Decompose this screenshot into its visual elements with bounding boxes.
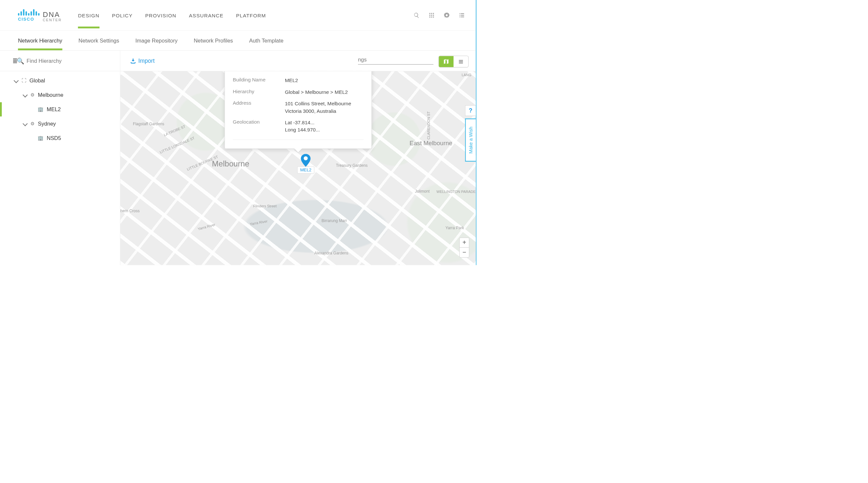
map-label: Yarra Park bbox=[445, 226, 464, 230]
map-label: Yarra River bbox=[197, 222, 216, 231]
zoom-out-button[interactable]: − bbox=[460, 248, 469, 257]
brand-dna: DNA bbox=[43, 11, 62, 18]
cisco-logo-bars bbox=[18, 9, 39, 16]
globe-icon: ⛶ bbox=[22, 78, 26, 84]
svg-rect-2 bbox=[433, 13, 434, 14]
popup-key: Building Name bbox=[233, 77, 285, 84]
gear-icon[interactable] bbox=[443, 12, 450, 19]
nav-provision[interactable]: PROVISION bbox=[145, 2, 176, 28]
popup-val: MEL2 bbox=[285, 77, 298, 84]
map-label: WELLINGTON PARADE bbox=[436, 190, 476, 194]
popup-val: Lat -37.814... Long 144.970... bbox=[285, 119, 320, 134]
zoom-in-button[interactable]: + bbox=[460, 238, 469, 248]
make-a-wish-label: Make a Wish bbox=[468, 127, 473, 153]
svg-rect-12 bbox=[461, 15, 464, 15]
subtab-network-hierarchy[interactable]: Network Hierarchy bbox=[18, 31, 62, 50]
import-button[interactable]: Import bbox=[130, 58, 154, 64]
svg-rect-9 bbox=[459, 13, 460, 14]
svg-rect-0 bbox=[429, 13, 430, 14]
building-icon: 🏢 bbox=[38, 135, 43, 141]
map-zoom-control: + − bbox=[459, 237, 469, 257]
building-icon: 🏢 bbox=[38, 107, 43, 112]
tree-label: MEL2 bbox=[47, 106, 61, 112]
chevron-down-icon bbox=[14, 78, 19, 84]
tree-node-sydney[interactable]: ⚙ Sydney bbox=[0, 117, 120, 131]
svg-rect-1 bbox=[431, 13, 432, 14]
site-icon: ⚙ bbox=[30, 92, 35, 98]
map-label: Jolimont bbox=[415, 189, 430, 194]
svg-rect-4 bbox=[431, 15, 432, 16]
tree-label: Global bbox=[29, 77, 45, 84]
map-label: LITTLE BOURKE ST bbox=[186, 155, 219, 172]
location-pin-icon bbox=[298, 154, 314, 167]
map-pin-mel2[interactable]: MEL2 bbox=[298, 154, 314, 173]
svg-rect-11 bbox=[459, 15, 460, 15]
subtab-network-profiles[interactable]: Network Profiles bbox=[194, 31, 233, 50]
popup-divider bbox=[233, 139, 364, 140]
popup-key: Hierarchy bbox=[233, 89, 285, 96]
tree-node-melbourne[interactable]: ⚙ Melbourne bbox=[0, 88, 120, 102]
tree-node-mel2[interactable]: 🏢 MEL2 bbox=[0, 102, 120, 117]
popup-key: Address bbox=[233, 100, 285, 115]
svg-rect-8 bbox=[433, 17, 434, 17]
help-button[interactable]: ? bbox=[465, 105, 476, 116]
tree-node-nsd5[interactable]: 🏢 NSD5 bbox=[0, 131, 120, 145]
nav-assurance[interactable]: ASSURANCE bbox=[189, 2, 223, 28]
svg-rect-16 bbox=[459, 62, 463, 62]
tree-label: Sydney bbox=[38, 121, 56, 127]
map-label: Alexandra Gardens bbox=[314, 251, 348, 255]
download-icon bbox=[130, 58, 136, 64]
subtab-image-repository[interactable]: Image Repository bbox=[135, 31, 178, 50]
map-icon bbox=[443, 59, 449, 65]
svg-rect-6 bbox=[429, 17, 430, 17]
nav-design[interactable]: DESIGN bbox=[78, 2, 99, 28]
chevron-down-icon bbox=[23, 121, 28, 126]
filter-icon[interactable]: ≣🔍 bbox=[12, 57, 23, 64]
map-label: Birrarung Marr bbox=[321, 219, 347, 223]
map-label: Melbourne bbox=[212, 159, 249, 168]
map-label: Flagstaff Gardens bbox=[133, 122, 164, 126]
map-label: East Melbourne bbox=[410, 140, 453, 147]
hierarchy-tree: ⛶ Global ⚙ Melbourne 🏢 MEL2 ⚙ Sydney 🏢 N… bbox=[0, 71, 120, 145]
brand-cisco: CISCO bbox=[18, 17, 39, 22]
svg-rect-14 bbox=[461, 17, 464, 17]
nav-platform[interactable]: PLATFORM bbox=[236, 2, 266, 28]
search-icon[interactable] bbox=[413, 12, 420, 19]
list-view-button[interactable] bbox=[454, 56, 468, 67]
popup-val: Global > Melbourne > MEL2 bbox=[285, 89, 348, 96]
find-hierarchy-input[interactable] bbox=[27, 58, 115, 64]
map-label: Yarra River bbox=[249, 219, 268, 226]
popup-val: 101 Collins Street, Melbourne Victoria 3… bbox=[285, 100, 364, 115]
map-label: CLARENDON ST bbox=[427, 111, 431, 139]
svg-rect-3 bbox=[429, 15, 430, 16]
list-icon[interactable] bbox=[459, 12, 465, 19]
map-canvas[interactable]: Flagstaff Gardens LA TROBE ST LITTLE LON… bbox=[120, 71, 476, 265]
building-details-popup: MEL2 Building Name MEL2 Hierarchy Global… bbox=[224, 71, 372, 149]
apps-grid-icon[interactable] bbox=[428, 12, 435, 19]
subtab-network-settings[interactable]: Network Settings bbox=[79, 31, 119, 50]
site-icon: ⚙ bbox=[30, 121, 35, 127]
map-search-input[interactable]: ngs bbox=[358, 57, 434, 64]
map-label: LANG bbox=[462, 73, 471, 77]
map-view-button[interactable] bbox=[439, 56, 454, 67]
chevron-down-icon bbox=[23, 93, 28, 98]
make-a-wish-button[interactable]: Make a Wish bbox=[465, 118, 476, 162]
hamburger-icon bbox=[458, 59, 463, 64]
svg-point-18 bbox=[304, 156, 308, 160]
tree-label: NSD5 bbox=[47, 135, 61, 141]
tree-node-global[interactable]: ⛶ Global bbox=[0, 73, 120, 88]
popup-key: Geolocation bbox=[233, 119, 285, 134]
import-label: Import bbox=[138, 58, 155, 64]
svg-rect-5 bbox=[433, 15, 434, 16]
tree-label: Melbourne bbox=[38, 92, 63, 98]
pin-label: MEL2 bbox=[298, 166, 314, 174]
svg-rect-13 bbox=[459, 17, 460, 17]
svg-rect-7 bbox=[431, 17, 432, 17]
brand-logo[interactable]: CISCO DNA CENTER bbox=[18, 9, 62, 22]
map-label: LITTLE LONSDALE ST bbox=[159, 136, 195, 154]
nav-policy[interactable]: POLICY bbox=[112, 2, 132, 28]
map-label: hern Cross bbox=[120, 208, 140, 213]
subtab-auth-template[interactable]: Auth Template bbox=[249, 31, 283, 50]
svg-rect-10 bbox=[461, 13, 464, 14]
map-label: Flinders Street bbox=[253, 204, 276, 208]
